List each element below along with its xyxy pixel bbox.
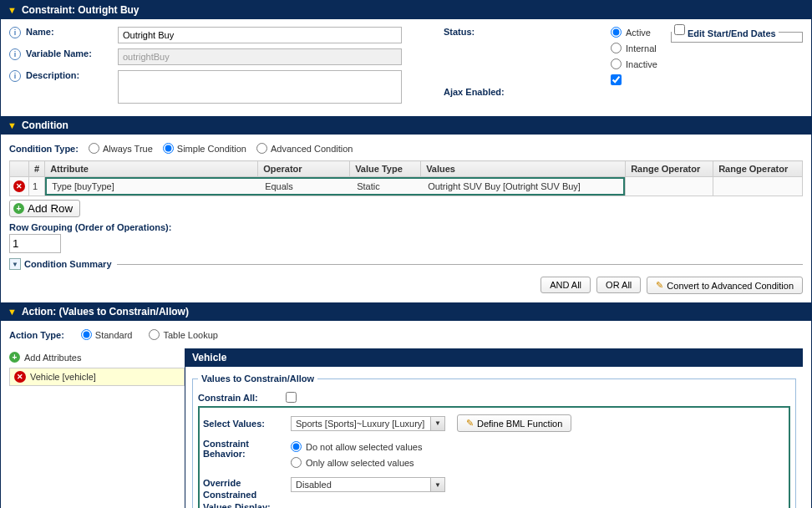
condition-simple-label: Simple Condition [177, 144, 246, 154]
attribute-item-vehicle[interactable]: ✕ Vehicle [vehicle] [9, 368, 185, 386]
action-section-header[interactable]: ▼ Action: (Values to Constrain/Allow) [1, 302, 811, 321]
behavior-onlyallow-radio[interactable] [291, 457, 302, 468]
cell-attribute[interactable]: Type [buyType] [47, 179, 260, 194]
values-fieldset-legend: Values to Constrain/Allow [198, 373, 317, 384]
action-tablelookup-radio[interactable] [149, 329, 160, 340]
select-values-value: Sports [Sports]~Luxury [Luxury] [296, 419, 424, 429]
edit-dates-label: Edit Start/End Dates [688, 28, 776, 38]
values-fieldset: Values to Constrain/Allow Constrain All:… [192, 373, 796, 508]
chevron-down-icon: ▼ [8, 5, 17, 15]
select-values-label: Select Values: [203, 419, 282, 429]
override-display-dropdown[interactable]: Disabled ▼ [291, 477, 445, 492]
plus-icon: + [13, 203, 24, 214]
status-internal-radio[interactable] [611, 43, 622, 53]
col-num: # [29, 161, 45, 177]
define-bml-button[interactable]: ✎Define BML Function [457, 414, 571, 432]
expand-summary-button[interactable]: ▼ [9, 258, 21, 270]
condition-advanced-label: Advanced Condition [271, 144, 353, 154]
col-attribute: Attribute [45, 161, 258, 177]
chevron-down-icon: ▼ [430, 478, 444, 491]
col-rangeop1: Range Operator [626, 161, 713, 177]
divider [117, 264, 803, 265]
row-grouping-input[interactable] [9, 234, 61, 253]
status-label: Status: [444, 27, 475, 37]
action-standard-radio[interactable] [81, 329, 92, 340]
chevron-down-icon: ▼ [430, 417, 444, 430]
status-active-radio[interactable] [611, 27, 622, 38]
behavior-onlyallow-label: Only allow selected values [306, 458, 414, 468]
action-type-label: Action Type: [9, 330, 64, 340]
delete-row-icon[interactable]: ✕ [13, 180, 25, 192]
condition-grid: # Attribute Operator Value Type Values R… [9, 160, 803, 196]
constraint-section-header[interactable]: ▼ Constraint: Outright Buy [1, 1, 811, 19]
attribute-item-label: Vehicle [vehicle] [30, 372, 96, 382]
select-values-dropdown[interactable]: Sports [Sports]~Luxury [Luxury] ▼ [291, 416, 445, 431]
action-standard-label: Standard [95, 330, 133, 340]
attribute-panel-header: Vehicle [185, 348, 803, 367]
action-header-title: Action: (Values to Constrain/Allow) [22, 306, 189, 318]
info-icon[interactable]: i [9, 48, 21, 60]
plus-icon: + [9, 352, 20, 363]
and-all-button[interactable]: AND All [540, 277, 591, 293]
status-internal-label: Internal [626, 43, 657, 53]
cell-operator[interactable]: Equals [260, 179, 352, 194]
cell-valuetype[interactable]: Static [352, 179, 423, 194]
ajax-enabled-checkbox[interactable] [611, 74, 622, 85]
behavior-notallow-label: Do not allow selected values [306, 442, 422, 452]
condition-always-radio[interactable] [89, 143, 99, 154]
condition-row[interactable]: ✕ 1 Type [buyType] Equals Static Outrigh… [10, 177, 803, 196]
col-valuetype: Value Type [350, 161, 421, 177]
override-display-value: Disabled [296, 480, 332, 490]
pencil-icon: ✎ [466, 418, 474, 429]
add-row-button[interactable]: + Add Row [9, 200, 80, 217]
action-tablelookup-label: Table Lookup [163, 330, 217, 340]
variable-name-label: Variable Name: [26, 48, 118, 58]
condition-type-label: Condition Type: [9, 144, 79, 154]
description-label: Description: [26, 70, 118, 80]
cell-num: 1 [29, 177, 45, 196]
chevron-down-icon: ▼ [8, 120, 17, 130]
status-active-label: Active [626, 28, 651, 38]
condition-simple-radio[interactable] [163, 143, 174, 154]
ajax-enabled-label: Ajax Enabled: [444, 87, 505, 97]
info-icon[interactable]: i [9, 27, 21, 38]
or-all-button[interactable]: OR All [596, 277, 641, 293]
variable-name-input [118, 48, 402, 65]
delete-attribute-icon[interactable]: ✕ [14, 371, 26, 383]
add-attributes-label: Add Attributes [24, 353, 82, 363]
add-row-label: Add Row [28, 202, 73, 215]
row-grouping-label: Row Grouping (Order of Operations): [9, 222, 803, 232]
condition-header-title: Condition [22, 119, 69, 131]
status-inactive-label: Inactive [626, 59, 657, 69]
override-display-label: Override Constrained Values Display: [203, 477, 282, 508]
name-input[interactable] [118, 27, 402, 43]
name-label: Name: [26, 27, 118, 37]
col-values: Values [421, 161, 626, 177]
behavior-notallow-radio[interactable] [291, 441, 302, 452]
condition-summary-label: Condition Summary [24, 259, 112, 269]
add-attributes-button[interactable]: + Add Attributes [9, 348, 185, 366]
constrain-all-checkbox[interactable] [286, 392, 297, 403]
edit-dates-checkbox[interactable] [674, 24, 685, 35]
condition-always-label: Always True [103, 144, 153, 154]
constraint-behavior-label: Constraint Behavior: [203, 439, 282, 459]
condition-advanced-radio[interactable] [256, 143, 267, 154]
chevron-down-icon: ▼ [8, 307, 17, 317]
edit-dates-fieldset: Edit Start/End Dates [671, 26, 803, 43]
constraint-header-title: Constraint: Outright Buy [22, 4, 140, 16]
condition-section-header[interactable]: ▼ Condition [1, 116, 811, 135]
pencil-icon: ✎ [656, 280, 663, 291]
convert-to-advanced-button[interactable]: ✎Convert to Advanced Condition [647, 277, 803, 294]
status-inactive-radio[interactable] [611, 58, 622, 69]
info-icon[interactable]: i [9, 70, 21, 82]
col-operator: Operator [258, 161, 350, 177]
cell-values[interactable]: Outright SUV Buy [Outright SUV Buy] [423, 179, 623, 194]
col-rangeop2: Range Operator [713, 161, 803, 177]
constrain-all-label: Constrain All: [198, 393, 277, 403]
description-textarea[interactable] [118, 70, 402, 104]
